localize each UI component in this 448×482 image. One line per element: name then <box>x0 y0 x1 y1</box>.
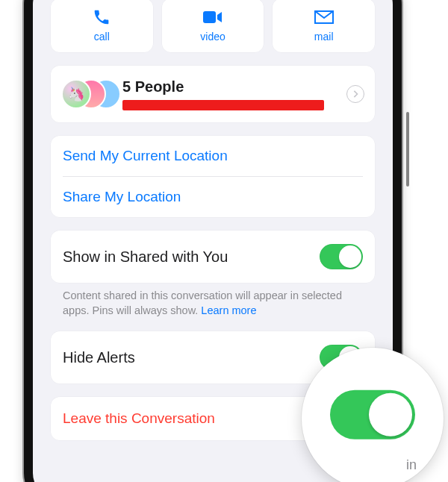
people-count: 5 People <box>122 78 346 96</box>
mail-button[interactable]: mail <box>273 0 375 52</box>
people-card: 🦄 5 People <box>51 66 375 122</box>
group-avatars: 🦄 <box>61 78 115 110</box>
avatar: 🦄 <box>61 79 91 109</box>
redacted-subtitle <box>122 100 324 110</box>
shared-with-you-note: Content shared in this conversation will… <box>51 283 375 318</box>
magnified-hide-alerts-callout: in <box>302 348 444 482</box>
hide-alerts-toggle-magnified <box>330 390 415 439</box>
call-button[interactable]: call <box>51 0 153 52</box>
location-card: Send My Current Location Share My Locati… <box>51 136 375 217</box>
contact-actions-row: call video mail <box>51 0 375 52</box>
people-row[interactable]: 🦄 5 People <box>51 66 375 122</box>
shared-with-you-label: Show in Shared with You <box>63 248 228 266</box>
svg-rect-0 <box>203 11 216 23</box>
phone-icon <box>93 8 110 26</box>
call-label: call <box>94 31 110 43</box>
video-icon <box>203 8 223 26</box>
learn-more-link[interactable]: Learn more <box>201 304 256 316</box>
hide-alerts-label: Hide Alerts <box>63 349 135 366</box>
callout-text-fragment: in <box>406 457 417 473</box>
shared-with-you-toggle[interactable] <box>320 244 363 269</box>
share-my-location[interactable]: Share My Location <box>51 177 375 217</box>
mail-icon <box>314 8 334 26</box>
video-label: video <box>200 31 225 43</box>
video-button[interactable]: video <box>162 0 264 52</box>
chevron-right-icon <box>346 85 364 103</box>
send-current-location[interactable]: Send My Current Location <box>51 136 375 176</box>
mail-label: mail <box>314 31 334 43</box>
shared-with-you-card: Show in Shared with You <box>51 231 375 283</box>
